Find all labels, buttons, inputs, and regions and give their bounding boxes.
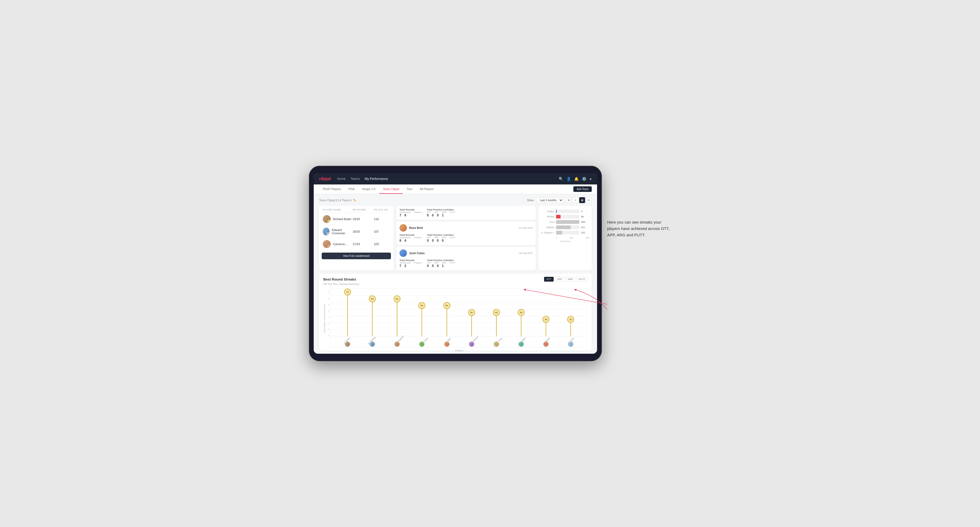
ott-filter-btn[interactable]: OTT (544, 277, 554, 282)
player-avatar-small (419, 341, 425, 347)
streaks-subtitle: Off The Tee, Fairway Accuracy (323, 283, 587, 286)
pc-avatar (399, 249, 407, 257)
player-name: Edward Crossman (332, 229, 353, 235)
edit-icon[interactable]: ✏️ (353, 199, 356, 202)
pb-score-col-header: PB SCORE (353, 208, 374, 211)
pc-player: Josh Coles (399, 249, 425, 257)
view-icons: ⊞ ≡ ▦ ⊟ (566, 197, 592, 203)
nav-teams[interactable]: Teams (350, 177, 360, 181)
pb-avg-val: 110 (374, 217, 390, 221)
bar-val-eagles: 3 (581, 210, 589, 213)
player-avatar-small (543, 341, 549, 347)
view-grid-btn[interactable]: ⊞ (566, 197, 572, 203)
chart-bars: Eagles 3 Birdies (541, 208, 589, 236)
app-filter-btn[interactable]: APP (555, 277, 564, 282)
nav-links: Home Teams My Performance (337, 177, 388, 181)
streak-bar-col: 7x (344, 289, 351, 337)
pc-date: 02 Sep 2023 (519, 227, 533, 229)
arg-val: 0 (437, 213, 439, 217)
bar-val-bogeys: 311 (581, 226, 589, 229)
arg-filter-btn[interactable]: ARG (565, 277, 576, 282)
app-label: APP (434, 211, 439, 213)
arg-label: ARG (442, 211, 446, 213)
chart-x-title: Total Shots (541, 240, 589, 243)
player-card-rees: Rees Britt 02 Sep 2023 Total Rounds Tour… (396, 221, 536, 245)
bar-fill-bogeys (556, 225, 571, 229)
table-row[interactable]: 3 Cameron... 17/20 103 (322, 238, 391, 251)
x-tick-200: 200 (570, 237, 573, 239)
player-avatar-small (493, 341, 499, 347)
bell-icon[interactable]: 🔔 (574, 177, 579, 181)
ott-val: 0 (427, 213, 429, 217)
view-card-btn[interactable]: ▦ (579, 197, 585, 203)
lb-header: PLAYER NAME PB SCORE PB AVG SQ (322, 208, 391, 213)
y-tick-1: 1 (328, 328, 329, 330)
streak-line (372, 302, 372, 337)
user-icon[interactable]: 👤 (566, 177, 571, 181)
table-row[interactable]: 1 Richard Butler 19/20 110 (322, 213, 391, 225)
view-list-btn[interactable]: ≡ (573, 197, 578, 203)
pb-score-val: 17/20 (353, 243, 374, 246)
streak-chart-area: 7x6x6x5x5x4x4x4x3x3x E. EbertB. McHergD.… (331, 289, 587, 347)
y-tick-4: 4 (328, 310, 329, 312)
streak-bar-col: 3x (567, 289, 574, 337)
bar-label-dbogeys: D. Bogeys + (541, 231, 554, 234)
streak-bar-col: 3x (542, 289, 549, 337)
y-tick-3: 3 (328, 316, 329, 318)
add-team-button[interactable]: Add Team (573, 186, 592, 192)
bar-fill-pars (556, 220, 579, 224)
avatar: 1 (323, 215, 331, 223)
streak-bubble: 5x (444, 302, 450, 309)
bar-row-bogeys: Bogeys 311 (541, 225, 589, 229)
settings-icon[interactable]: ⚙️ (582, 177, 586, 181)
pb-avg-col-header: PB AVG SQ (374, 208, 390, 211)
team-title: Team Clippd | 14 Players (319, 198, 352, 202)
streak-line (496, 316, 497, 337)
table-row[interactable]: 2 Edward Crossman 18/20 107 (322, 225, 391, 238)
pc-header: Rees Britt 02 Sep 2023 (399, 224, 533, 232)
tab-pga[interactable]: PGA (345, 184, 358, 194)
player-avatar-small (345, 341, 350, 347)
tab-team-clippd[interactable]: Team Clippd (379, 184, 403, 194)
view-filter-btn[interactable]: ⊟ (586, 197, 592, 203)
x-label: Players (455, 349, 463, 352)
player-avatar-small (394, 341, 400, 347)
y-tick-7: 7 (328, 291, 329, 294)
tab-pgat-players[interactable]: PGAT Players (319, 184, 345, 194)
tab-hcaps[interactable]: Hcaps 1-5 (358, 184, 379, 194)
annotation-text: Here you can see streaks your players ha… (607, 219, 671, 238)
pc-name: Josh Coles (409, 252, 425, 255)
player-card-richard: Total Rounds Tournament Practice 7 6 (396, 206, 536, 220)
avatar-icon[interactable]: ● (590, 177, 592, 181)
nav-icons: 🔍 👤 🔔 ⚙️ ● (559, 177, 592, 181)
putt-filter-btn[interactable]: PUTT (577, 277, 588, 282)
app-val: 0 (432, 213, 434, 217)
nav-home[interactable]: Home (337, 177, 346, 181)
streak-bubble: 6x (394, 295, 401, 302)
view-full-leaderboard-button[interactable]: View Full Leaderboard (322, 252, 391, 259)
nav-my-performance[interactable]: My Performance (364, 177, 388, 181)
chart-x-axis: 0 200 400 (541, 236, 589, 239)
y-tick-5: 5 (328, 304, 329, 306)
tab-all-players[interactable]: All Players (416, 184, 438, 194)
pc-date: 26 Aug 2023 (519, 252, 533, 254)
pb-avg-val: 107 (374, 230, 390, 233)
streaks-title: Best Round Streaks (323, 277, 356, 281)
avatar: 2 (323, 227, 330, 236)
x-tick-0: 0 (556, 237, 557, 239)
streak-line (570, 323, 571, 337)
practice-val: 6 (404, 213, 406, 217)
streaks-header: Best Round Streaks OTT APP ARG PUTT (323, 277, 587, 282)
tab-tour[interactable]: Tour (403, 184, 416, 194)
team-controls: Show Last 3 months ⊞ ≡ ▦ ⊟ (527, 197, 592, 203)
avatar: 3 (323, 240, 331, 248)
bar-fill-dbogeys (556, 231, 562, 235)
pb-score-val: 19/20 (353, 217, 374, 221)
y-axis-label: Best Streak, Fairway Accuracy (323, 304, 326, 332)
putt-val: 1 (442, 213, 444, 217)
period-select[interactable]: Last 3 months (536, 197, 563, 203)
bar-track (556, 231, 579, 235)
y-tick-6: 6 (328, 298, 329, 300)
bar-fill-eagles (556, 210, 557, 213)
search-icon[interactable]: 🔍 (559, 177, 563, 181)
